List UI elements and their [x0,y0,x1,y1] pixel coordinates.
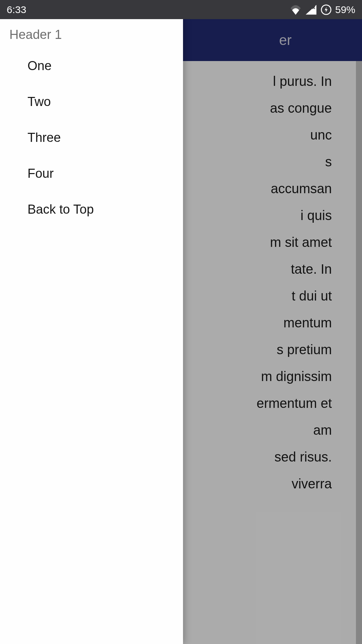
battery-percentage: 59% [335,4,355,15]
status-icons: × 59% [290,4,355,15]
drawer-item-three[interactable]: Three [0,120,183,156]
drawer-item-four[interactable]: Four [0,156,183,192]
drawer-item-label: Back to Top [27,202,94,216]
wifi-icon [290,5,302,15]
drawer-header: Header 1 [0,28,183,48]
battery-charging-icon [320,4,332,15]
drawer-item-label: Four [27,166,54,180]
navigation-drawer: Header 1 One Two Three Four Back to Top [0,19,183,644]
drawer-item-one[interactable]: One [0,48,183,84]
status-bar: 6:33 × 59% [0,0,362,19]
drawer-item-label: Two [27,95,51,109]
drawer-item-back-to-top[interactable]: Back to Top [0,192,183,227]
drawer-item-label: Three [27,130,61,145]
status-time: 6:33 [7,4,26,15]
cellular-no-signal-icon: × [305,4,317,15]
drawer-item-two[interactable]: Two [0,84,183,120]
drawer-item-label: One [27,59,52,73]
clock-text: 6:33 [7,4,26,15]
svg-text:×: × [312,4,315,11]
